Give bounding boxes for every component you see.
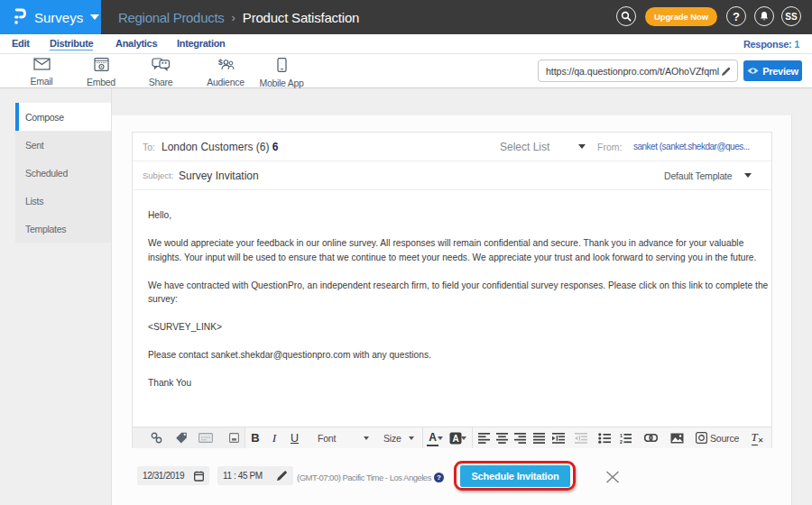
svg-text:2: 2 xyxy=(620,438,623,443)
svg-text:A: A xyxy=(452,433,458,443)
svg-text:1: 1 xyxy=(620,433,623,438)
svg-text:$: $ xyxy=(218,58,223,67)
